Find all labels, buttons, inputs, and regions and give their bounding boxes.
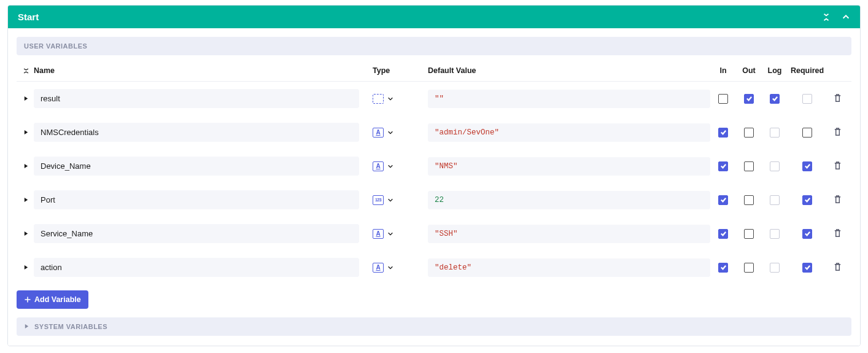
delete-row-button[interactable] (833, 195, 842, 206)
variable-name-input[interactable] (34, 258, 359, 277)
default-value-input[interactable] (428, 258, 710, 277)
section-label: SYSTEM VARIABLES (34, 323, 107, 330)
default-value-input[interactable] (428, 157, 710, 176)
type-select[interactable] (373, 94, 416, 104)
variable-name-input[interactable] (34, 157, 359, 176)
header-out: Out (736, 66, 762, 75)
collapse-all-icon[interactable] (20, 68, 31, 74)
default-value-input[interactable] (428, 225, 710, 243)
required-checkbox[interactable] (802, 263, 812, 273)
required-checkbox[interactable] (802, 161, 812, 171)
in-checkbox[interactable] (718, 229, 728, 239)
variable-row (17, 149, 851, 183)
in-checkbox[interactable] (718, 263, 728, 273)
add-variable-button[interactable]: Add Variable (17, 290, 88, 309)
header-type: Type (373, 66, 416, 75)
out-checkbox[interactable] (744, 94, 754, 104)
log-checkbox[interactable] (770, 161, 780, 171)
delete-row-button[interactable] (833, 93, 842, 104)
type-select[interactable] (373, 161, 416, 171)
expand-row-icon[interactable] (20, 231, 31, 236)
default-value-input[interactable] (428, 90, 710, 108)
type-string-icon (373, 161, 384, 171)
type-select[interactable] (373, 263, 416, 273)
variable-name-input[interactable] (34, 224, 359, 243)
type-select[interactable] (373, 229, 416, 239)
variable-name-input[interactable] (34, 190, 359, 209)
expand-row-icon[interactable] (20, 163, 31, 169)
header-log: Log (762, 66, 788, 75)
table-header: Name Type Default Value In Out Log Requi… (17, 60, 851, 82)
chevron-down-icon (387, 96, 393, 102)
panel-title: Start (18, 12, 39, 22)
type-number-icon (373, 195, 384, 205)
variable-name-input[interactable] (34, 89, 359, 108)
delete-row-button[interactable] (833, 262, 842, 273)
system-variables-section[interactable]: SYSTEM VARIABLES (17, 317, 851, 336)
chevron-down-icon (387, 130, 393, 136)
chevron-down-icon (387, 163, 393, 169)
in-checkbox[interactable] (718, 195, 728, 205)
user-variables-section[interactable]: USER VARIABLES (17, 37, 851, 55)
type-select[interactable] (373, 128, 416, 138)
required-checkbox[interactable] (802, 94, 812, 104)
delete-row-button[interactable] (833, 161, 842, 172)
header-default: Default Value (416, 66, 710, 75)
variable-name-input[interactable] (34, 123, 359, 142)
section-label: USER VARIABLES (24, 42, 87, 50)
variable-row (17, 82, 851, 115)
log-checkbox[interactable] (770, 195, 780, 205)
variable-rows (17, 82, 851, 284)
in-checkbox[interactable] (718, 94, 728, 104)
variable-row (17, 183, 851, 217)
out-checkbox[interactable] (744, 263, 754, 273)
log-checkbox[interactable] (770, 128, 780, 138)
in-checkbox[interactable] (718, 161, 728, 171)
chevron-down-icon (387, 265, 393, 271)
type-any-icon (373, 94, 384, 104)
variable-row (17, 217, 851, 250)
add-variable-label: Add Variable (34, 295, 81, 304)
chevron-down-icon (387, 231, 393, 237)
log-checkbox[interactable] (770, 263, 780, 273)
required-checkbox[interactable] (802, 195, 812, 205)
expand-row-icon[interactable] (20, 96, 31, 101)
required-checkbox[interactable] (802, 128, 812, 138)
collapse-vertical-icon[interactable] (822, 13, 831, 21)
delete-row-button[interactable] (833, 228, 842, 239)
delete-row-button[interactable] (833, 127, 842, 138)
expand-icon (24, 323, 29, 330)
default-value-input[interactable] (428, 123, 710, 142)
panel-body: USER VARIABLES Name Type Default Value I… (8, 37, 860, 346)
required-checkbox[interactable] (802, 229, 812, 239)
out-checkbox[interactable] (744, 161, 754, 171)
expand-row-icon[interactable] (20, 197, 31, 203)
type-select[interactable] (373, 195, 416, 205)
start-panel: Start USER VARIABLES Name Type Default V… (7, 5, 861, 346)
type-string-icon (373, 263, 384, 273)
log-checkbox[interactable] (770, 94, 780, 104)
type-string-icon (373, 229, 384, 239)
expand-row-icon[interactable] (20, 265, 31, 270)
header-name: Name (31, 66, 373, 75)
variable-row (17, 250, 851, 284)
out-checkbox[interactable] (744, 195, 754, 205)
expand-row-icon[interactable] (20, 130, 31, 135)
variable-row (17, 115, 851, 149)
type-string-icon (373, 128, 384, 138)
header-required: Required (788, 66, 827, 75)
out-checkbox[interactable] (744, 128, 754, 138)
chevron-down-icon (387, 197, 393, 203)
log-checkbox[interactable] (770, 229, 780, 239)
panel-header: Start (8, 6, 860, 28)
default-value-input[interactable] (428, 191, 710, 209)
out-checkbox[interactable] (744, 229, 754, 239)
in-checkbox[interactable] (718, 128, 728, 138)
chevron-up-icon[interactable] (842, 13, 850, 21)
header-in: In (710, 66, 736, 75)
panel-header-actions (822, 13, 850, 21)
